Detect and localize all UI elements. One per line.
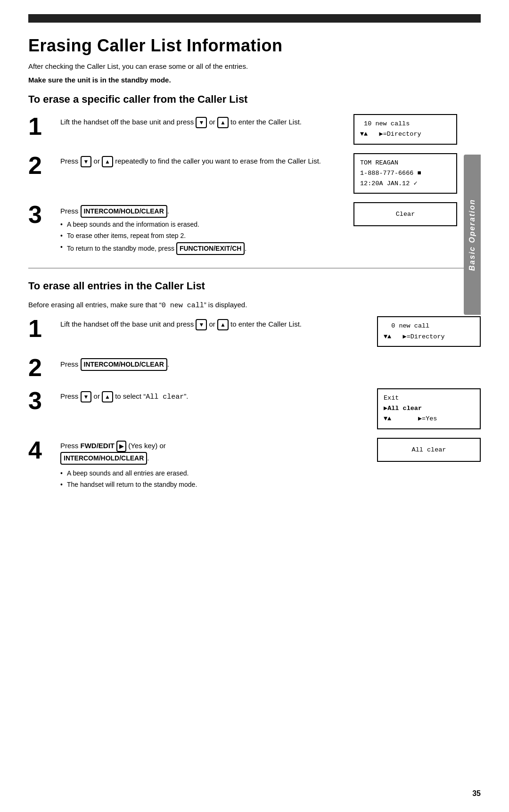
caller-line2: 1-888-777-6666 ■ <box>360 168 451 179</box>
step1-left: 1 Lift the handset off the base unit and… <box>28 114 344 139</box>
s2-step2-text: Press INTERCOM/HOLD/CLEAR. <box>60 358 368 371</box>
s2-step3-left: 3 Press ▼ or ▲ to select “All clear”. <box>28 388 368 413</box>
step3-number: 3 <box>28 202 53 227</box>
step2-left: 2 Press ▼ or ▲ repeatedly to find the ca… <box>28 153 344 178</box>
section1-step2: 2 Press ▼ or ▲ repeatedly to find the ca… <box>28 153 457 194</box>
intercom-key2: INTERCOM/HOLD/CLEAR <box>81 358 167 371</box>
s2-up-arrow1: ▲ <box>217 319 229 330</box>
section1-step3: 3 Press INTERCOM/HOLD/CLEAR. A beep soun… <box>28 202 457 256</box>
select-line3: ▼▲ ▶=Yes <box>384 414 474 424</box>
section2-step3: 3 Press ▼ or ▲ to select “All clear”. Ex… <box>28 388 481 429</box>
side-tab: Basic Operation <box>464 155 481 315</box>
all-clear-code: All clear <box>146 393 184 401</box>
step2-text: Press ▼ or ▲ repeatedly to find the call… <box>60 156 344 167</box>
s2-step3-display: Exit ▶All clear ▼▲ ▶=Yes <box>377 388 481 429</box>
s2-step4-text: Press FWD/EDIT ▶ (Yes key) or INTERCOM/H… <box>60 441 368 465</box>
section1-title: To erase a specific caller from the Call… <box>28 93 457 106</box>
s2-step4-left: 4 Press FWD/EDIT ▶ (Yes key) or INTERCOM… <box>28 438 368 491</box>
select-line2: ▶All clear <box>384 403 474 414</box>
step2-content: Press ▼ or ▲ repeatedly to find the call… <box>60 153 344 169</box>
s2-down-arrow1: ▼ <box>196 319 207 330</box>
all-clear-line1: All clear <box>384 446 474 453</box>
step1-number: 1 <box>28 114 53 139</box>
display-box-calls: 10 new calls ▼▲ ▶=Directory <box>353 114 457 145</box>
new-call-line1: 0 new call <box>384 321 474 331</box>
display-box-clear: Clear <box>353 202 457 226</box>
caller-line3: 12:20A JAN.12 ✓ <box>360 179 451 189</box>
display-line2: ▼▲ ▶=Directory <box>360 129 451 139</box>
caller-line1: TOM REAGAN <box>360 158 451 168</box>
s2-step3-text: Press ▼ or ▲ to select “All clear”. <box>60 391 368 403</box>
standby-note: Make sure the unit is in the standby mod… <box>28 76 481 84</box>
down-arrow-key2: ▼ <box>81 156 92 167</box>
page-wrapper: Erasing Caller List Information After ch… <box>0 0 509 812</box>
step2-number: 2 <box>28 153 53 178</box>
s2-step1-text: Lift the handset off the base unit and p… <box>60 319 368 330</box>
step3-text: Press INTERCOM/HOLD/CLEAR. <box>60 205 344 218</box>
section1-step1: 1 Lift the handset off the base unit and… <box>28 114 457 145</box>
s2-step2-number: 2 <box>28 355 53 380</box>
step3-left: 3 Press INTERCOM/HOLD/CLEAR. A beep soun… <box>28 202 344 256</box>
display-box-select: Exit ▶All clear ▼▲ ▶=Yes <box>377 388 481 429</box>
display-line1: 10 new calls <box>360 119 451 129</box>
s2-step1-left: 1 Lift the handset off the base unit and… <box>28 316 368 341</box>
s2-step1-number: 1 <box>28 316 53 341</box>
section1: Basic Operation To erase a specific call… <box>28 93 481 256</box>
step3-display: Clear <box>353 202 457 226</box>
section2: To erase all entries in the Caller List … <box>28 280 481 491</box>
bullet2: To erase other items, repeat from step 2… <box>60 231 344 241</box>
s2-step1-content: Lift the handset off the base unit and p… <box>60 316 368 332</box>
section-divider <box>28 268 481 269</box>
select-line1: Exit <box>384 393 474 403</box>
section2-step1: 1 Lift the handset off the base unit and… <box>28 316 481 347</box>
intercom-key1: INTERCOM/HOLD/CLEAR <box>81 205 167 218</box>
s2-bullet1: A beep sounds and all entries are erased… <box>60 468 368 478</box>
up-arrow-key: ▲ <box>217 117 229 128</box>
display-box-caller: TOM REAGAN 1-888-777-6666 ■ 12:20A JAN.1… <box>353 153 457 194</box>
down-arrow-key: ▼ <box>196 117 207 128</box>
step1-content: Lift the handset off the base unit and p… <box>60 114 344 130</box>
intro-text: After checking the Caller List, you can … <box>28 62 481 70</box>
s2-bullet2: The handset will return to the standby m… <box>60 480 368 490</box>
step3-bullets: A beep sounds and the information is era… <box>60 220 344 255</box>
s2-step2-left: 2 Press INTERCOM/HOLD/CLEAR. <box>28 355 368 380</box>
s2-up-arrow3: ▲ <box>102 391 113 402</box>
s2-step3-number: 3 <box>28 388 53 413</box>
clear-line1: Clear <box>360 211 451 218</box>
s2-step4-content: Press FWD/EDIT ▶ (Yes key) or INTERCOM/H… <box>60 438 368 491</box>
side-tab-label: Basic Operation <box>468 199 476 271</box>
display-box-all-clear: All clear <box>377 438 481 462</box>
fwd-key-label: FWD/EDIT <box>81 442 115 450</box>
bullet1: A beep sounds and the information is era… <box>60 220 344 230</box>
bullet3: To return to the standby mode, press FUN… <box>60 242 344 255</box>
s2-down-arrow3: ▼ <box>81 391 92 402</box>
s2-step4-number: 4 <box>28 438 53 462</box>
step2-display: TOM REAGAN 1-888-777-6666 ■ 12:20A JAN.1… <box>353 153 457 194</box>
section2-title: To erase all entries in the Caller List <box>28 280 481 292</box>
s2-step2-content: Press INTERCOM/HOLD/CLEAR. <box>60 355 368 373</box>
section2-step2: 2 Press INTERCOM/HOLD/CLEAR. <box>28 355 481 380</box>
step1-display: 10 new calls ▼▲ ▶=Directory <box>353 114 457 145</box>
new-call-line2: ▼▲ ▶=Directory <box>384 332 474 342</box>
intercom-key3: INTERCOM/HOLD/CLEAR <box>60 452 147 465</box>
s2-step4-display: All clear <box>377 438 481 462</box>
page-title: Erasing Caller List Information <box>28 36 481 56</box>
up-arrow-key2: ▲ <box>102 156 113 167</box>
s2-step3-content: Press ▼ or ▲ to select “All clear”. <box>60 388 368 405</box>
s2-step4-bullets: A beep sounds and all entries are erased… <box>60 468 368 490</box>
display-box-new-call: 0 new call ▼▲ ▶=Directory <box>377 316 481 347</box>
top-bar <box>28 14 481 23</box>
step3-content: Press INTERCOM/HOLD/CLEAR. A beep sounds… <box>60 202 344 256</box>
section2-intro: Before erasing all entries, make sure th… <box>28 301 481 310</box>
step1-text: Lift the handset off the base unit and p… <box>60 117 344 128</box>
code-display: 0 new call <box>162 302 204 310</box>
fwd-arrow-key: ▶ <box>116 441 126 452</box>
section2-step4: 4 Press FWD/EDIT ▶ (Yes key) or INTERCOM… <box>28 438 481 491</box>
function-key1: FUNCTION/EXIT/CH <box>176 242 245 255</box>
s2-step1-display: 0 new call ▼▲ ▶=Directory <box>377 316 481 347</box>
page-number: 35 <box>472 789 481 798</box>
